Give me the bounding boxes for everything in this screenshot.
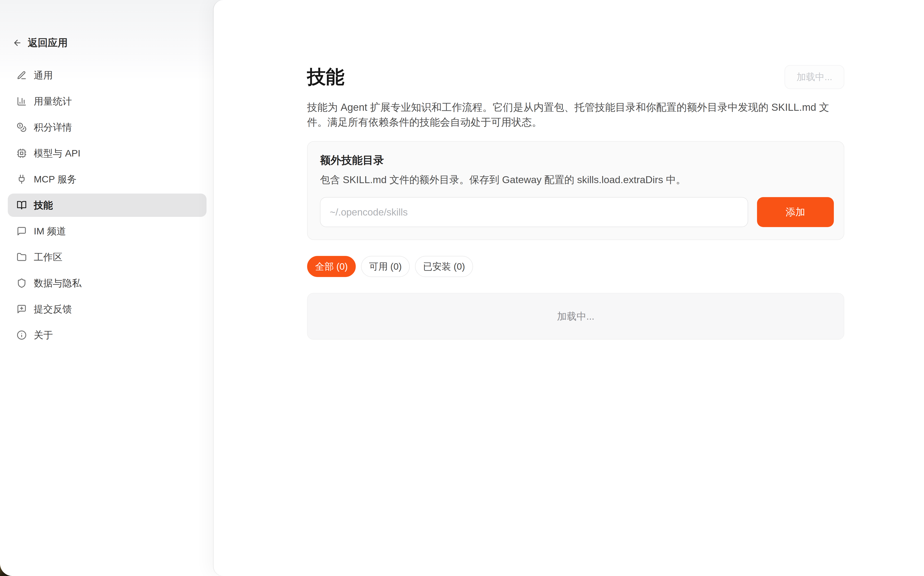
book-open-icon: [17, 200, 27, 210]
sidebar-item-feedback[interactable]: 提交反馈: [8, 298, 207, 321]
plug-icon: [17, 174, 27, 184]
sidebar-item-workspace[interactable]: 工作区: [8, 245, 207, 269]
shield-icon: [17, 278, 27, 288]
sidebar-item-label: 工作区: [34, 251, 62, 264]
arrow-left-icon: [13, 38, 22, 48]
card-title: 额外技能目录: [320, 153, 834, 167]
sidebar-item-mcp[interactable]: MCP 服务: [8, 168, 207, 191]
filter-installed[interactable]: 已安装 (0): [415, 256, 473, 277]
sidebar-item-skills[interactable]: 技能: [8, 194, 207, 217]
sidebar-item-label: 数据与隐私: [34, 277, 82, 290]
feedback-plus-icon: [17, 304, 27, 314]
sidebar-item-label: 模型与 API: [34, 147, 80, 160]
sidebar-item-label: 积分详情: [34, 121, 72, 134]
sidebar-item-label: 关于: [34, 329, 53, 342]
sidebar: 返回应用 通用 用量统计 积分详情 模型与 API MCP 服务: [0, 0, 214, 576]
sidebar-item-data-privacy[interactable]: 数据与隐私: [8, 272, 207, 295]
extra-dirs-card: 额外技能目录 包含 SKILL.md 文件的额外目录。保存到 Gateway 配…: [307, 141, 844, 240]
loading-status-badge: 加载中...: [785, 65, 844, 89]
sidebar-nav: 通用 用量统计 积分详情 模型与 API MCP 服务 技能: [8, 64, 207, 347]
back-label: 返回应用: [28, 36, 68, 50]
page-description: 技能为 Agent 扩展专业知识和工作流程。它们是从内置包、托管技能目录和你配置…: [307, 100, 844, 130]
directory-input[interactable]: [320, 197, 748, 227]
skills-loading-panel: 加载中...: [307, 293, 844, 339]
sidebar-item-usage-stats[interactable]: 用量统计: [8, 90, 207, 113]
main-panel: 技能 加载中... 技能为 Agent 扩展专业知识和工作流程。它们是从内置包、…: [214, 0, 924, 576]
loading-text: 加载中...: [557, 310, 594, 323]
card-description: 包含 SKILL.md 文件的额外目录。保存到 Gateway 配置的 skil…: [320, 173, 834, 186]
sidebar-item-label: 用量统计: [34, 95, 72, 108]
bar-chart-icon: [17, 96, 27, 106]
sidebar-item-label: MCP 服务: [34, 173, 77, 186]
coins-icon: [17, 122, 27, 132]
page-header: 技能 加载中...: [307, 64, 844, 90]
page-title: 技能: [307, 64, 344, 90]
sidebar-item-label: IM 频道: [34, 225, 66, 238]
filter-available[interactable]: 可用 (0): [361, 256, 410, 277]
filter-all[interactable]: 全部 (0): [307, 256, 356, 277]
back-button[interactable]: 返回应用: [13, 36, 207, 50]
chat-bubble-icon: [17, 226, 27, 236]
directory-input-row: 添加: [320, 197, 834, 227]
sidebar-item-im-channels[interactable]: IM 频道: [8, 219, 207, 243]
sidebar-item-label: 技能: [34, 199, 53, 212]
add-button[interactable]: 添加: [757, 197, 834, 227]
folder-icon: [17, 252, 27, 262]
sidebar-item-general[interactable]: 通用: [8, 64, 207, 87]
sidebar-item-credits[interactable]: 积分详情: [8, 116, 207, 139]
sidebar-item-label: 通用: [34, 69, 53, 82]
sidebar-item-models-api[interactable]: 模型与 API: [8, 142, 207, 165]
sidebar-item-label: 提交反馈: [34, 303, 72, 316]
sidebar-item-about[interactable]: 关于: [8, 323, 207, 347]
filter-pills: 全部 (0) 可用 (0) 已安装 (0): [307, 256, 844, 277]
cpu-icon: [17, 148, 27, 158]
pencil-icon: [17, 70, 27, 80]
info-icon: [17, 330, 27, 340]
app-window: 返回应用 通用 用量统计 积分详情 模型与 API MCP 服务: [0, 0, 924, 576]
